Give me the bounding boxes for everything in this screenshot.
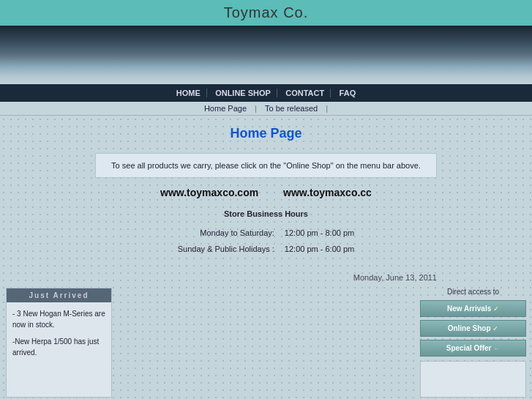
new-arrivals-check: ✓ [493,305,499,313]
arrival-item-2: -New Herpa 1/500 has just arrived. [12,336,105,358]
special-offer-label: Special Offer [446,344,492,352]
page-title: Home Page [230,126,301,141]
header-background [0,26,532,84]
title-bar: Toymax Co. [0,0,532,26]
hours-day-2: Sunday & Public Holidays : [173,242,279,257]
online-shop-button[interactable]: Online Shop ✓ [420,320,526,337]
hours-table: Monday to Saturday: 12:00 pm - 8:00 pm S… [172,224,360,258]
header-image [0,26,532,84]
hours-row-2: Sunday & Public Holidays : 12:00 pm - 6:… [173,242,359,257]
main-content: To see all products we carry, please cli… [0,146,532,273]
site-title: Toymax Co. [224,4,309,20]
hours-time-1: 12:00 pm - 8:00 pm [280,225,359,241]
bottom-panels: Just Arrived - 3 New Hogan M-Series are … [0,288,532,398]
info-box: To see all products we carry, please cli… [95,153,437,178]
left-panel: Just Arrived - 3 New Hogan M-Series are … [6,288,112,398]
hours-time-2: 12:00 pm - 6:00 pm [280,242,359,257]
nav-online-shop[interactable]: ONLINE SHOP [209,89,277,97]
breadcrumb-current: To be released [265,104,318,113]
right-panel-extra-box [420,361,526,398]
website-link-2[interactable]: www.toymaxco.cc [283,187,372,198]
hours-title: Store Business Hours [95,207,437,221]
breadcrumb-sep: | [255,104,257,113]
breadcrumb: Home Page | To be released | [0,102,532,116]
info-text: To see all products we carry, please cli… [111,161,421,170]
new-arrivals-button[interactable]: New Arrivals ✓ [420,300,526,317]
hours-row-1: Monday to Saturday: 12:00 pm - 8:00 pm [173,225,359,241]
online-shop-check: ✓ [492,325,498,332]
right-panel: Direct access to New Arrivals ✓ Online S… [420,288,526,398]
current-date: Monday, June 13, 2011 [353,273,437,282]
websites: www.toymaxco.com www.toymaxco.cc [95,187,437,198]
left-panel-title: Just Arrived [7,288,111,302]
left-panel-content: - 3 New Hogan M-Series are now in stock.… [7,302,111,364]
special-offer-check: ← [493,345,500,352]
breadcrumb-sep2: | [326,104,328,113]
content-wrapper: Home Page To see all products we carry, … [0,116,532,399]
special-offer-button[interactable]: Special Offer ← [420,340,526,357]
online-shop-label: Online Shop [448,324,491,332]
breadcrumb-home[interactable]: Home Page [204,104,247,113]
business-hours: Store Business Hours Monday to Saturday:… [95,207,437,258]
page-title-bar: Home Page [0,120,532,146]
website-link-1[interactable]: www.toymaxco.com [160,187,258,198]
direct-access-label: Direct access to [420,288,526,296]
nav-home[interactable]: HOME [171,89,207,97]
nav-faq[interactable]: FAQ [334,89,362,97]
date-line: Monday, June 13, 2011 [0,273,532,282]
hours-day-1: Monday to Saturday: [173,225,279,241]
arrival-item-1: - 3 New Hogan M-Series are now in stock. [12,308,105,330]
nav-contact[interactable]: CONTACT [280,89,331,97]
nav-bar: HOME ONLINE SHOP CONTACT FAQ [0,84,532,102]
new-arrivals-label: New Arrivals [447,305,491,313]
